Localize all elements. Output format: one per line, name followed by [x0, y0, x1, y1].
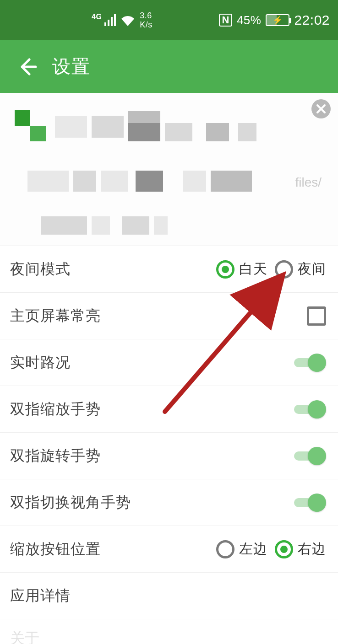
row-rotate-gesture: 双指旋转手势: [0, 433, 338, 479]
app-detail-label: 应用详情: [10, 586, 71, 606]
battery-icon: ⚡: [266, 14, 289, 26]
back-button[interactable]: [18, 58, 37, 76]
settings-list: 夜间模式 白天 夜间 主页屏幕常亮 实时路况 双指缩放手势 双指旋转手势: [0, 246, 338, 644]
pinch-switch[interactable]: [294, 400, 326, 419]
battery-percent: 45%: [237, 13, 262, 27]
row-night-mode: 夜间模式 白天 夜间: [0, 246, 338, 293]
rotate-label: 双指旋转手势: [10, 446, 101, 466]
zoom-pos-right-radio[interactable]: 右边: [275, 540, 326, 558]
signal-icon: [104, 14, 116, 26]
tilt-label: 双指切换视角手势: [10, 493, 131, 513]
network-type: 4G: [92, 13, 102, 21]
traffic-label: 实时路况: [10, 353, 71, 373]
night-mode-night-radio[interactable]: 夜间: [275, 260, 326, 279]
nfc-icon: N: [219, 14, 232, 27]
zoom-pos-label: 缩放按钮位置: [10, 539, 101, 559]
keep-screen-checkbox[interactable]: [307, 306, 326, 326]
row-realtime-traffic: 实时路况: [0, 339, 338, 386]
app-logo-icon: [15, 110, 46, 141]
rotate-switch[interactable]: [294, 447, 326, 465]
row-app-detail[interactable]: 应用详情: [0, 573, 338, 619]
app-bar: 设置: [0, 40, 338, 93]
night-mode-day-radio[interactable]: 白天: [216, 260, 267, 279]
clock: 22:02: [294, 12, 330, 28]
zoom-pos-left-radio[interactable]: 左边: [216, 540, 267, 558]
row-about-cutoff[interactable]: 关于: [0, 619, 338, 644]
row-pinch-zoom: 双指缩放手势: [0, 386, 338, 433]
row-tilt-gesture: 双指切换视角手势: [0, 479, 338, 526]
wifi-icon: [120, 14, 135, 26]
net-speed: 3.6 K/s: [140, 11, 153, 29]
redacted-path-hint: files/: [295, 175, 322, 190]
night-mode-label: 夜间模式: [10, 259, 71, 279]
pinch-label: 双指缩放手势: [10, 399, 101, 419]
page-title: 设置: [52, 54, 91, 79]
traffic-switch[interactable]: [294, 354, 326, 372]
tilt-switch[interactable]: [294, 494, 326, 512]
close-icon[interactable]: [311, 99, 331, 118]
keep-screen-label: 主页屏幕常亮: [10, 306, 101, 326]
row-keep-screen-on: 主页屏幕常亮: [0, 293, 338, 339]
redacted-ad-panel: files/: [0, 93, 338, 246]
status-bar: 4G 3.6 K/s N 45% ⚡ 22:02: [0, 0, 338, 40]
row-zoom-btn-position: 缩放按钮位置 左边 右边: [0, 526, 338, 573]
